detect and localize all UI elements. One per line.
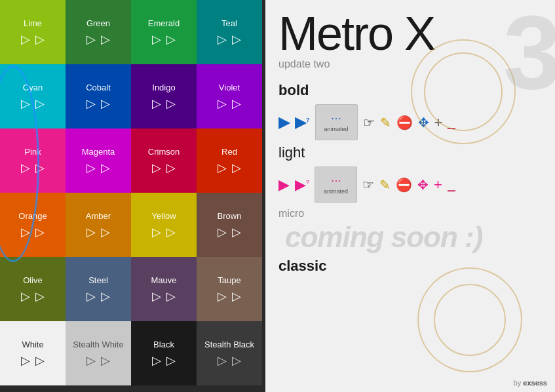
tile-label: Stealth Black — [204, 340, 254, 349]
tile-cursor-2: ▷ — [101, 161, 110, 175]
tile-cursor-1: ▷ — [218, 289, 227, 304]
color-tile-white[interactable]: White▷▷ — [0, 321, 66, 385]
tile-cursor-1: ▷ — [152, 96, 161, 111]
tile-cursor-1: ▷ — [21, 32, 30, 47]
light-no-cursor[interactable]: ⛔ — [396, 177, 412, 193]
light-hand-cursor[interactable]: ☞ — [362, 177, 374, 193]
color-tile-yellow[interactable]: Yellow▷▷ — [131, 193, 197, 257]
tile-cursor-2: ▷ — [35, 225, 45, 239]
light-cross-cursor[interactable]: + — [434, 176, 442, 193]
color-tile-stealth-white[interactable]: Stealth White▷▷ — [66, 321, 131, 385]
bold-arrow-cursor-2[interactable]: ▶? — [295, 114, 310, 131]
color-tile-teal[interactable]: Teal▷▷ — [197, 0, 262, 64]
author-label: by exsess — [514, 379, 547, 387]
bold-hand-cursor[interactable]: ☞ — [363, 115, 375, 130]
tile-label: Violet — [219, 83, 240, 92]
tile-label: Magenta — [82, 147, 115, 157]
section-light: light — [278, 144, 542, 161]
color-tile-red[interactable]: Red▷▷ — [197, 128, 262, 193]
bold-cursor-row: ▶ ▶? ⋯ animated ☞ ✎ ⛔ ✥ + ⎯ — [278, 104, 542, 140]
bold-text-cursor[interactable]: ⎯ — [448, 115, 455, 130]
tile-cursor-2: ▷ — [232, 32, 241, 47]
tile-label: Yellow — [151, 211, 176, 221]
coming-soon-text: coming soon :) — [285, 221, 542, 254]
light-arrow-cursor-2[interactable]: ▶? — [295, 176, 309, 193]
color-tile-indigo[interactable]: Indigo▷▷ — [131, 64, 197, 128]
color-tile-cobalt[interactable]: Cobalt▷▷ — [66, 64, 131, 128]
tile-label: Cyan — [23, 83, 43, 92]
bold-no-cursor[interactable]: ⛔ — [396, 115, 413, 130]
tile-cursor-2: ▷ — [166, 161, 176, 175]
bold-pencil-cursor[interactable]: ✎ — [380, 115, 391, 130]
color-tile-emerald[interactable]: Emerald▷▷ — [131, 0, 197, 64]
bold-move-cursor[interactable]: ✥ — [418, 115, 429, 130]
tile-cursor-2: ▷ — [232, 96, 241, 111]
tile-cursor-1: ▷ — [21, 96, 30, 111]
color-tile-violet[interactable]: Violet▷▷ — [197, 64, 262, 128]
tile-cursor-2: ▷ — [101, 225, 110, 239]
light-cursor-row: ▶ ▶? ⋯ animated ☞ ✎ ⛔ ✥ + ⎯ — [278, 167, 542, 203]
metro-word: Metro — [278, 7, 404, 60]
tile-label: Brown — [218, 211, 242, 221]
tile-cursor-2: ▷ — [232, 161, 241, 175]
color-tile-steel[interactable]: Steel▷▷ — [66, 257, 131, 321]
color-tile-taupe[interactable]: Taupe▷▷ — [197, 257, 262, 321]
section-micro: micro — [278, 208, 542, 220]
tile-cursor-1: ▷ — [86, 161, 96, 175]
tile-label: Steel — [88, 275, 108, 285]
tile-cursor-2: ▷ — [232, 225, 241, 239]
color-tile-amber[interactable]: Amber▷▷ — [66, 193, 131, 257]
tile-cursor-1: ▷ — [218, 353, 227, 368]
light-animated-box[interactable]: ⋯ animated — [315, 167, 357, 203]
bold-animated-box[interactable]: ⋯ animated — [315, 104, 358, 140]
color-tile-lime[interactable]: Lime▷▷ — [0, 0, 66, 64]
tile-label: Stealth White — [73, 340, 123, 349]
light-animated-label: animated — [324, 188, 348, 195]
color-tile-crimson[interactable]: Crimson▷▷ — [131, 128, 197, 193]
bold-arrow-cursor[interactable]: ▶ — [278, 114, 290, 131]
tile-cursor-2: ▷ — [101, 32, 110, 47]
tile-cursor-1: ▷ — [152, 32, 161, 47]
tile-cursor-2: ▷ — [232, 353, 241, 368]
tile-cursor-2: ▷ — [101, 96, 110, 111]
update-label: update two — [278, 58, 542, 70]
tile-label: Teal — [221, 18, 237, 28]
color-tile-stealth-black[interactable]: Stealth Black▷▷ — [197, 321, 262, 385]
color-tile-green[interactable]: Green▷▷ — [66, 0, 131, 64]
tile-cursor-2: ▷ — [35, 32, 45, 47]
tile-cursor-2: ▷ — [35, 289, 45, 304]
tile-cursor-1: ▷ — [21, 225, 30, 239]
tile-label: Olive — [23, 275, 43, 285]
color-tile-brown[interactable]: Brown▷▷ — [197, 193, 262, 257]
tile-label: Mauve — [151, 275, 176, 285]
tile-label: Taupe — [218, 275, 240, 285]
bold-cross-cursor[interactable]: + — [434, 114, 443, 131]
color-tile-magenta[interactable]: Magenta▷▷ — [66, 128, 131, 193]
tile-cursor-1: ▷ — [86, 289, 96, 304]
tile-cursor-2: ▷ — [166, 225, 176, 239]
tile-cursor-1: ▷ — [86, 225, 96, 239]
color-tile-cyan[interactable]: Cyan▷▷ — [0, 64, 66, 128]
tile-label: Green — [86, 18, 110, 28]
color-tile-black[interactable]: Black▷▷ — [131, 321, 197, 385]
tile-cursor-2: ▷ — [101, 289, 110, 304]
tile-cursor-1: ▷ — [86, 96, 96, 111]
light-text-cursor[interactable]: ⎯ — [448, 177, 455, 192]
color-tile-olive[interactable]: Olive▷▷ — [0, 257, 66, 321]
tile-cursor-1: ▷ — [218, 32, 227, 47]
light-arrow-cursor[interactable]: ▶ — [278, 176, 290, 193]
tile-cursor-2: ▷ — [35, 353, 45, 368]
color-tile-mauve[interactable]: Mauve▷▷ — [131, 257, 197, 321]
tile-cursor-1: ▷ — [218, 225, 227, 239]
tile-cursor-2: ▷ — [166, 353, 176, 368]
color-tile-orange[interactable]: Orange▷▷ — [0, 193, 66, 257]
tile-cursor-2: ▷ — [101, 353, 110, 368]
light-move-cursor[interactable]: ✥ — [417, 177, 429, 193]
tile-label: White — [22, 340, 43, 349]
color-tile-pink[interactable]: Pink▷▷ — [0, 128, 66, 193]
tile-cursor-1: ▷ — [21, 353, 30, 368]
tile-cursor-1: ▷ — [218, 161, 227, 175]
tile-cursor-1: ▷ — [21, 289, 30, 304]
light-pencil-cursor[interactable]: ✎ — [379, 177, 391, 193]
tile-label: Orange — [18, 211, 47, 221]
